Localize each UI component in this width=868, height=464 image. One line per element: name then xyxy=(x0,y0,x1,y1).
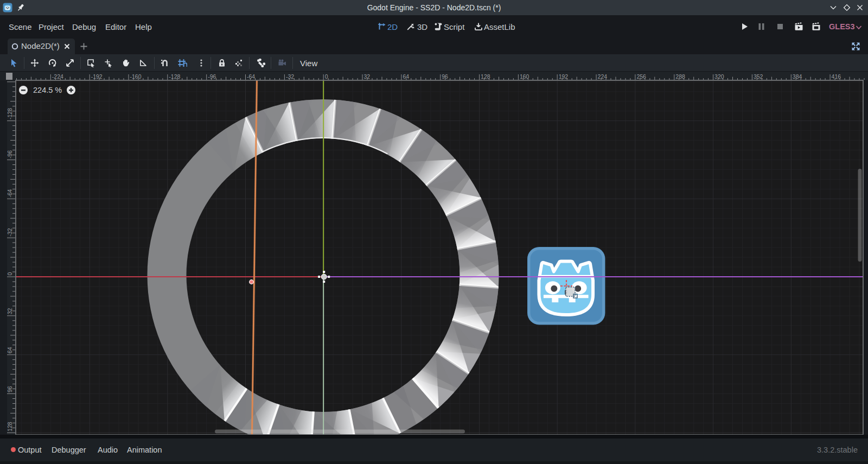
svg-text:-64: -64 xyxy=(7,189,13,197)
svg-text:128: 128 xyxy=(481,73,490,80)
svg-text:-224: -224 xyxy=(52,73,63,80)
svg-text:-96: -96 xyxy=(7,150,13,158)
svg-text:160: 160 xyxy=(520,73,529,80)
svg-text:320: 320 xyxy=(714,73,724,80)
svg-text:0: 0 xyxy=(325,73,328,80)
svg-text:-128: -128 xyxy=(7,108,13,119)
svg-text:96: 96 xyxy=(7,386,13,392)
svg-text:-192: -192 xyxy=(91,73,103,80)
svg-text:64: 64 xyxy=(403,73,409,80)
svg-text:0: 0 xyxy=(7,272,13,276)
svg-text:-128: -128 xyxy=(169,73,180,80)
svg-text:192: 192 xyxy=(559,73,569,80)
svg-text:416: 416 xyxy=(832,73,841,80)
svg-text:-64: -64 xyxy=(247,73,255,80)
svg-text:384: 384 xyxy=(793,73,802,80)
svg-text:-160: -160 xyxy=(130,73,142,80)
svg-text:-96: -96 xyxy=(208,73,216,80)
svg-text:96: 96 xyxy=(442,73,448,80)
svg-text:256: 256 xyxy=(636,73,646,80)
svg-text:288: 288 xyxy=(675,73,685,80)
svg-text:32: 32 xyxy=(364,73,371,80)
svg-text:224: 224 xyxy=(598,73,608,80)
svg-text:224.5 %: 224.5 % xyxy=(33,86,62,94)
svg-text:32: 32 xyxy=(7,308,13,314)
svg-text:64: 64 xyxy=(7,347,13,353)
svg-text:352: 352 xyxy=(754,73,763,80)
svg-text:-32: -32 xyxy=(286,73,294,80)
svg-text:-32: -32 xyxy=(7,228,13,236)
svg-text:128: 128 xyxy=(7,422,13,431)
